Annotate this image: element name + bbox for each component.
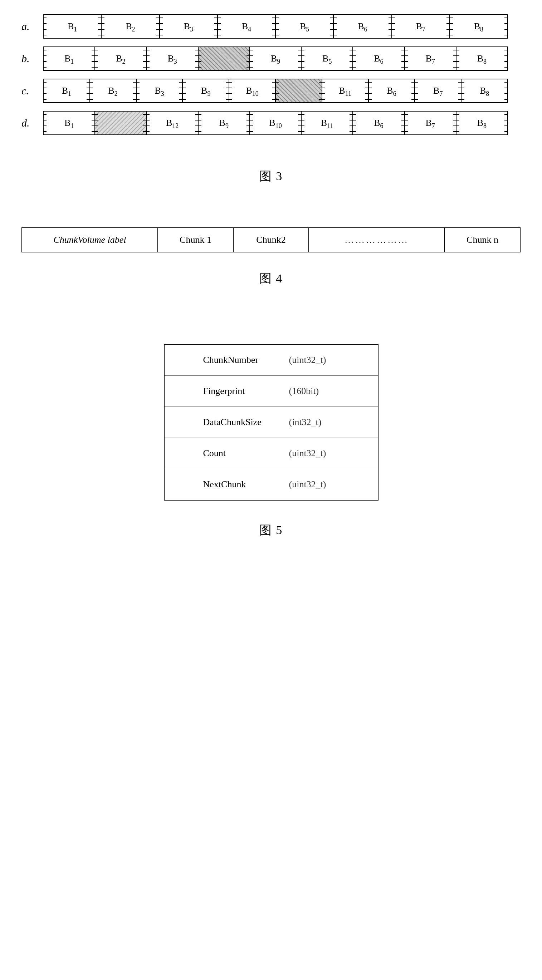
block-2-6: B11	[322, 80, 369, 102]
fig5-row-2: DataChunkSize(int32_t)	[164, 407, 378, 438]
block-0-7: B8	[450, 15, 507, 38]
block-text-0-6: B7	[416, 21, 425, 32]
diagram-row-b: b.B1B2B3B9B5B6B7B8	[21, 46, 521, 71]
block-0-6: B7	[392, 15, 450, 38]
block-text-0-7: B8	[474, 21, 483, 32]
figure-3-section: a.B1B2B3B4B5B6B7B8b.B1B2B3B9B5B6B7B8c.B1…	[21, 14, 521, 143]
block-text-0-4: B5	[300, 21, 309, 32]
block-3-3: B9	[199, 111, 250, 134]
block-text-3-7: B7	[426, 118, 435, 128]
block-text-2-1: B2	[108, 86, 118, 96]
block-2-9: B8	[462, 80, 507, 102]
block-text-1-5: B5	[322, 53, 332, 64]
diagram-row-label-3: d.	[21, 117, 43, 129]
fig5-field-0: ChunkNumber	[203, 355, 275, 365]
block-text-0-1: B2	[126, 21, 135, 32]
block-container-1: B1B2B3B9B5B6B7B8	[43, 46, 508, 71]
block-text-3-8: B8	[477, 118, 486, 128]
block-text-0-5: B6	[358, 21, 367, 32]
block-text-2-9: B8	[480, 86, 489, 96]
block-0-4: B5	[276, 15, 334, 38]
block-text-0-0: B1	[68, 21, 77, 32]
block-1-2: B3	[147, 47, 198, 70]
block-0-3: B4	[218, 15, 276, 38]
fig5-type-0: (uint32_t)	[289, 355, 339, 365]
fig5-type-3: (uint32_t)	[289, 448, 339, 459]
block-2-0: B1	[44, 80, 90, 102]
chunk-vol-cell-0: ChunkVolume label	[22, 228, 158, 252]
fig4-caption: 图 4	[259, 270, 283, 287]
fig3-caption: 图 3	[259, 168, 283, 185]
block-text-0-2: B3	[183, 21, 193, 32]
block-text-3-3: B9	[219, 118, 229, 128]
block-container-3: B1B12B9B10B11B6B7B8	[43, 111, 508, 135]
fig5-field-1: Fingerprint	[203, 386, 275, 396]
diagram-row-c: c.B1B2B3B9B10B11B6B7B8	[21, 79, 521, 103]
block-text-2-0: B1	[62, 86, 71, 96]
block-text-1-1: B2	[116, 53, 125, 64]
block-2-5	[276, 80, 322, 102]
diagram-row-d: d.B1B12B9B10B11B6B7B8	[21, 111, 521, 135]
block-text-1-4: B9	[271, 53, 280, 64]
figure-5-section: ChunkNumber(uint32_t)Fingerprint(160bit)…	[164, 344, 378, 501]
block-text-2-2: B3	[155, 86, 164, 96]
block-3-0: B1	[44, 111, 95, 134]
block-3-4: B10	[250, 111, 301, 134]
fig5-row-1: Fingerprint(160bit)	[164, 376, 378, 407]
chunk-volume-table: ChunkVolume labelChunk 1Chunk2………………Chun…	[21, 228, 521, 253]
block-2-1: B2	[90, 80, 137, 102]
fig5-field-3: Count	[203, 448, 275, 459]
diagram-row-a: a.B1B2B3B4B5B6B7B8	[21, 14, 521, 38]
block-text-1-7: B7	[426, 53, 435, 64]
fig5-type-4: (uint32_t)	[289, 479, 339, 490]
block-2-7: B6	[369, 80, 415, 102]
block-text-2-6: B11	[339, 86, 351, 96]
block-1-0: B1	[44, 47, 95, 70]
block-1-3	[199, 47, 250, 70]
block-0-1: B2	[102, 15, 159, 38]
block-0-5: B6	[334, 15, 392, 38]
block-2-4: B10	[229, 80, 276, 102]
block-text-2-7: B6	[387, 86, 396, 96]
block-text-1-6: B6	[374, 53, 383, 64]
page-content: a.B1B2B3B4B5B6B7B8b.B1B2B3B9B5B6B7B8c.B1…	[21, 14, 521, 560]
chunk-vol-cell-3: ………………	[309, 228, 445, 252]
block-text-2-3: B9	[201, 86, 210, 96]
block-0-2: B3	[160, 15, 218, 38]
block-3-5: B11	[301, 111, 353, 134]
block-3-2: B12	[147, 111, 198, 134]
block-text-0-3: B4	[242, 21, 251, 32]
block-3-1	[95, 111, 147, 134]
block-text-2-8: B7	[433, 86, 443, 96]
block-1-7: B7	[405, 47, 456, 70]
block-container-2: B1B2B3B9B10B11B6B7B8	[43, 79, 508, 103]
block-text-1-2: B3	[167, 53, 177, 64]
block-0-0: B1	[44, 15, 102, 38]
block-1-6: B6	[353, 47, 405, 70]
block-text-2-4: B10	[246, 86, 258, 96]
diagram-row-label-2: c.	[21, 85, 43, 97]
block-3-7: B7	[405, 111, 456, 134]
block-2-3: B9	[183, 80, 229, 102]
chunk-vol-cell-1: Chunk 1	[158, 228, 234, 252]
block-3-6: B6	[353, 111, 405, 134]
block-1-1: B2	[95, 47, 147, 70]
block-2-2: B3	[137, 80, 183, 102]
diagram-row-label-0: a.	[21, 21, 43, 33]
figure-4-section: ChunkVolume labelChunk 1Chunk2………………Chun…	[21, 228, 521, 253]
block-text-1-0: B1	[64, 53, 74, 64]
fig5-field-4: NextChunk	[203, 479, 275, 490]
block-text-3-0: B1	[64, 118, 74, 128]
block-text-3-6: B6	[374, 118, 383, 128]
fig5-row-0: ChunkNumber(uint32_t)	[164, 345, 378, 376]
fig5-row-4: NextChunk(uint32_t)	[164, 469, 378, 500]
block-1-4: B9	[250, 47, 301, 70]
block-1-8: B8	[456, 47, 507, 70]
fig5-field-2: DataChunkSize	[203, 417, 275, 428]
fig5-type-1: (160bit)	[289, 386, 339, 396]
fig5-caption: 图 5	[259, 522, 283, 538]
block-3-8: B8	[456, 111, 507, 134]
block-text-3-4: B10	[269, 118, 282, 128]
block-2-8: B7	[415, 80, 462, 102]
block-1-5: B5	[301, 47, 353, 70]
